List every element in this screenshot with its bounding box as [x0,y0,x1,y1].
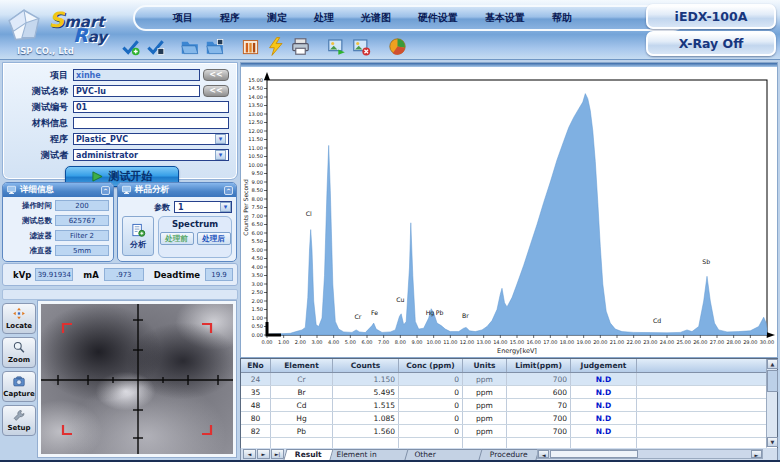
test-name-field[interactable]: PVC-lu [73,85,200,97]
tab-scroll-right-icon[interactable]: ► [257,449,270,459]
chevron-down-icon[interactable]: ▾ [215,134,226,144]
save-test-icon[interactable] [143,34,168,58]
tab-label: Procedure [489,450,527,460]
table-row[interactable]: 35Br5.4950ppm600N.D [241,386,777,399]
svg-text:19.00: 19.00 [577,339,591,345]
test-name-history-button[interactable]: << [203,85,229,97]
open-project-icon[interactable] [177,34,202,58]
svg-text:6.00: 6.00 [251,230,263,236]
cell-blank [637,373,767,385]
tab-scroll-end-icon[interactable]: ►| [271,449,284,459]
scrollbar-thumb[interactable] [767,370,778,392]
material-info-field[interactable] [73,117,229,129]
analyze-button[interactable]: 分析 [122,216,154,256]
table-row[interactable]: 48Cd1.5150ppm70N.D [241,399,777,412]
svg-text:10.00: 10.00 [248,162,263,168]
tab-scroll-left-icon[interactable]: ◄ [243,449,256,459]
chevron-down-icon[interactable]: ▾ [220,202,231,212]
table-row[interactable]: 80Hg1.0850ppm700N.D [241,412,777,425]
svg-text:8.00: 8.00 [395,339,406,345]
cell-element: Pb [271,425,333,437]
svg-text:13.00: 13.00 [248,111,263,117]
menu-item-8[interactable]: 帮助 [552,11,572,25]
project-row: 项目xinhe<< [3,68,229,82]
tab-element-in-detail[interactable]: Element in detail [326,449,412,460]
xray-status-button[interactable]: X-Ray Off [646,31,776,56]
detail-row-4: 准直器5mm [3,244,113,257]
project-value: xinhe [76,71,101,80]
cell-judgement: N.D [571,399,637,411]
locate-button[interactable]: Locate [2,303,36,334]
spectrum-after-button[interactable]: 处理后 [197,232,231,245]
calibration-icon[interactable] [238,34,263,58]
menu-item-5[interactable]: 光谱图 [361,11,391,25]
tab-label: Element in detail [336,450,398,462]
zoom-button[interactable]: Zoom [2,337,36,368]
tab-result[interactable]: Result [283,449,333,460]
svg-text:Cu: Cu [396,296,404,303]
operator-field[interactable]: administrator▾ [73,149,229,161]
report-icon[interactable] [385,34,410,58]
setup-button[interactable]: Setup [2,405,36,436]
operator-row: 测试者administrator▾ [3,148,229,162]
horizontal-scrollbar[interactable]: ◄ ► [537,449,763,459]
model-button[interactable]: iEDX-100A [646,4,776,29]
spectrum-panel: 0.001.002.003.004.005.006.007.008.009.00… [240,62,778,358]
cell-units: ppm [463,373,507,385]
svg-text:18.00: 18.00 [560,339,574,345]
sample-body: 分析 Spectrum 处理前 处理后 [122,216,232,258]
test-name-label: 测试名称 [3,85,73,98]
capture-button[interactable]: Capture [2,371,36,402]
app-logo: Smart Ray ISP CO., Ltd [3,2,121,58]
menu-item-4[interactable]: 处理 [314,11,334,25]
scroll-up-icon[interactable]: ▲ [767,359,778,369]
menu-item-1[interactable]: 项目 [173,11,193,25]
menu-item-6[interactable]: 硬件设置 [418,11,458,25]
save-project-icon[interactable] [202,34,227,58]
setup-icon [12,409,26,424]
tab-label: Other elements [415,450,472,462]
scroll-right-icon[interactable]: ► [751,450,762,458]
cell-units: ppm [463,399,507,411]
project-field[interactable]: xinhe [73,69,200,81]
detail-row-3: 滤波器Filter 2 [3,229,113,242]
svg-text:3.00: 3.00 [311,339,322,345]
table-row[interactable]: 82Pb1.5600ppm700N.D [241,425,777,438]
print-icon[interactable] [288,34,313,58]
tab-other-elements[interactable]: Other elements [405,449,485,460]
svg-text:8.00: 8.00 [251,196,263,202]
chevron-down-icon[interactable]: ▾ [215,150,226,160]
menu-item-2[interactable]: 程序 [220,11,240,25]
import-image-icon[interactable] [324,34,349,58]
camera-view[interactable] [38,301,236,457]
collapse-icon[interactable]: ^ [224,186,233,195]
energize-icon[interactable] [263,34,288,58]
scroll-left-icon[interactable]: ◄ [538,450,549,458]
cell-blank [637,412,767,424]
svg-text:11.00: 11.00 [248,145,263,151]
table-row[interactable]: 24Cr1.1500ppm700N.D [241,373,777,386]
tab-procedure[interactable]: Procedure [478,449,539,460]
column-header: ENo [241,359,271,372]
scroll-down-icon[interactable]: ▼ [767,437,778,447]
new-test-icon[interactable] [118,34,143,58]
svg-text:2.50: 2.50 [251,289,263,295]
vertical-scrollbar[interactable]: ▲ ▼ [766,359,777,447]
spectrum-before-button[interactable]: 处理前 [160,232,194,245]
project-history-button[interactable]: << [203,69,229,81]
cam-button-label: Locate [6,322,32,330]
delete-image-icon[interactable] [349,34,374,58]
cell-judgement: N.D [571,425,637,437]
spectrum-chart[interactable]: 0.001.002.003.004.005.006.007.008.009.00… [241,67,777,357]
logo-cube-icon [3,6,45,48]
param-select[interactable]: 1 ▾ [174,201,232,213]
test-no-field[interactable]: 01 [73,101,229,113]
cell-conc: 0 [399,412,463,424]
collapse-icon[interactable]: ^ [101,186,110,195]
cell-limit: 700 [507,373,571,385]
menu-item-3[interactable]: 测定 [267,11,287,25]
procedure-field[interactable]: Plastic_PVC▾ [73,133,229,145]
menu-item-7[interactable]: 基本设置 [485,11,525,25]
scrollbar-thumb[interactable] [550,450,638,458]
spectrum-group-title: Spectrum [159,219,231,229]
